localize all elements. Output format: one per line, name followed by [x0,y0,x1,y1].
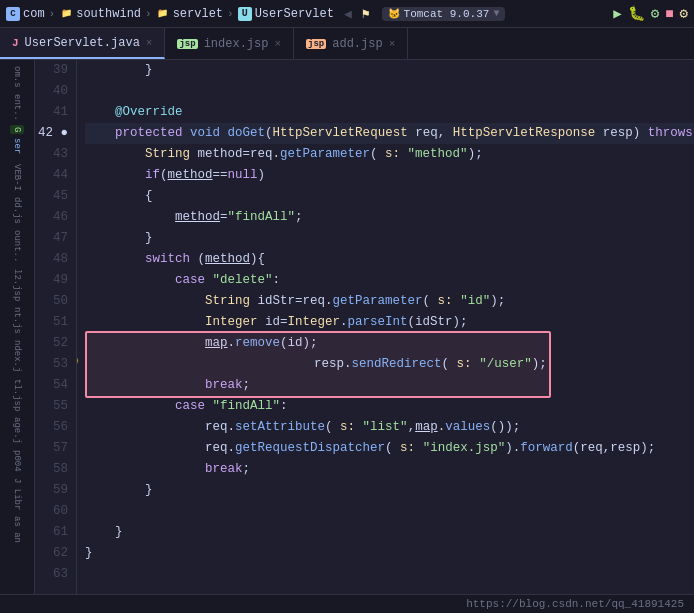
folder-icon-1: 📁 [59,7,73,21]
breadcrumb-sep-3: › [227,8,234,20]
line-num-43: 43 [53,144,68,165]
code-line-51: Integer id=Integer.parseInt(idStr); [85,312,694,333]
close-tab-index[interactable]: × [274,38,281,50]
line-num-57: 57 [53,438,68,459]
breadcrumb-userservlet[interactable]: U UserServlet [238,7,334,21]
line-numbers: 39 40 41 42 ● 43 44 45 46 47 48 49 50 51… [35,60,77,613]
line-num-39: 39 [53,60,68,81]
breadcrumb-sep-1: › [49,8,56,20]
code-line-59: } [85,480,694,501]
line-num-51: 51 [53,312,68,333]
code-line-54: break; [85,375,694,396]
line-num-50: 50 [53,291,68,312]
tab-index-jsp[interactable]: jsp index.jsp × [165,28,294,59]
code-line-56: req.setAttribute( s: "list",map.values()… [85,417,694,438]
code-line-47: } [85,228,694,249]
tomcat-selector[interactable]: 🐱 Tomcat 9.0.37 ▼ [382,7,506,21]
code-content[interactable]: } @Override protected void doGet(HttpSer… [77,60,694,613]
line-num-49: 49 [53,270,68,291]
code-line-57: req.getRequestDispatcher( s: "index.jsp"… [85,438,694,459]
line-num-60: 60 [53,501,68,522]
build-button[interactable]: ⚙ [651,5,659,22]
code-line-61: } [85,522,694,543]
line-num-46: 46 [53,207,68,228]
code-line-42: protected void doGet(HttpServletRequest … [85,123,694,144]
code-line-44: if(method==null) [85,165,694,186]
line-num-63: 63 [53,564,68,585]
line-num-41: 41 [53,102,68,123]
line-num-58: 58 [53,459,68,480]
code-line-60 [85,501,694,522]
line-num-53: 53 [53,354,68,375]
close-tab-add[interactable]: × [389,38,396,50]
code-line-50: String idStr=req.getParameter( s: "id"); [85,291,694,312]
code-line-63 [85,564,694,585]
bottom-bar: https://blog.csdn.net/qq_41891425 [0,594,694,613]
jsp-file-icon: jsp [177,39,197,49]
code-line-49: case "delete": [85,270,694,291]
code-line-40 [85,81,694,102]
line-num-54: 54 [53,375,68,396]
stop-button[interactable]: ■ [665,6,673,22]
tab-add-jsp[interactable]: jsp add.jsp × [294,28,408,59]
breadcrumb-servlet[interactable]: 📁 servlet [156,7,223,21]
top-actions: ▶ 🐛 ⚙ ■ ⚙ [613,5,688,22]
line-num-59: 59 [53,480,68,501]
settings-button[interactable]: ⚙ [680,5,688,22]
line-num-61: 61 [53,522,68,543]
breadcrumb-southwind[interactable]: 📁 southwind [59,7,141,21]
blog-url: https://blog.csdn.net/qq_41891425 [466,598,684,610]
add-file-icon: jsp [306,39,326,49]
tabs-bar: J UserServlet.java × jsp index.jsp × jsp… [0,28,694,60]
package-icon: C [6,7,20,21]
main-layout: om.s ent.. G ser VEB-I dd.js ount.. l2.j… [0,60,694,613]
code-line-43: String method=req.getParameter( s: "meth… [85,144,694,165]
code-line-58: break; [85,459,694,480]
java-file-icon: J [12,37,19,49]
code-line-62: } [85,543,694,564]
code-line-41: @Override [85,102,694,123]
code-area: 39 40 41 42 ● 43 44 45 46 47 48 49 50 51… [35,60,694,613]
line-num-48: 48 [53,249,68,270]
tomcat-icon: 🐱 [388,8,400,20]
line-num-62: 62 [53,543,68,564]
tomcat-dropdown-icon: ▼ [493,8,499,19]
left-sidebar: om.s ent.. G ser VEB-I dd.js ount.. l2.j… [0,60,35,613]
debug-button[interactable]: 🐛 [628,5,645,22]
line-num-42: 42 ● [38,123,68,144]
line-num-55: 55 [53,396,68,417]
line-num-45: 45 [53,186,68,207]
line-num-40: 40 [53,81,68,102]
close-tab-userservlet[interactable]: × [146,37,153,49]
ide-window: C com › 📁 southwind › 📁 servlet › U User… [0,0,694,613]
code-line-55: case "findAll": [85,396,694,417]
code-line-45: { [85,186,694,207]
breadcrumb-bar: C com › 📁 southwind › 📁 servlet › U User… [0,0,694,28]
code-line-46: method="findAll"; [85,207,694,228]
line-num-44: 44 [53,165,68,186]
code-line-48: switch (method){ [85,249,694,270]
code-lines: } @Override protected void doGet(HttpSer… [85,60,694,585]
line-num-52: 52 [53,333,68,354]
code-line-39: } [85,60,694,81]
breadcrumb-sep-2: › [145,8,152,20]
code-line-53: 💡 resp.sendRedirect( s: "/user"); [85,354,694,375]
line-num-47: 47 [53,228,68,249]
breadcrumb-com[interactable]: C com [6,7,45,21]
folder-icon-2: 📁 [156,7,170,21]
class-icon: U [238,7,252,21]
line-num-56: 56 [53,417,68,438]
run-button[interactable]: ▶ [613,5,621,22]
tab-userservlet[interactable]: J UserServlet.java × [0,28,165,59]
lightbulb-icon[interactable]: 💡 [77,354,81,375]
